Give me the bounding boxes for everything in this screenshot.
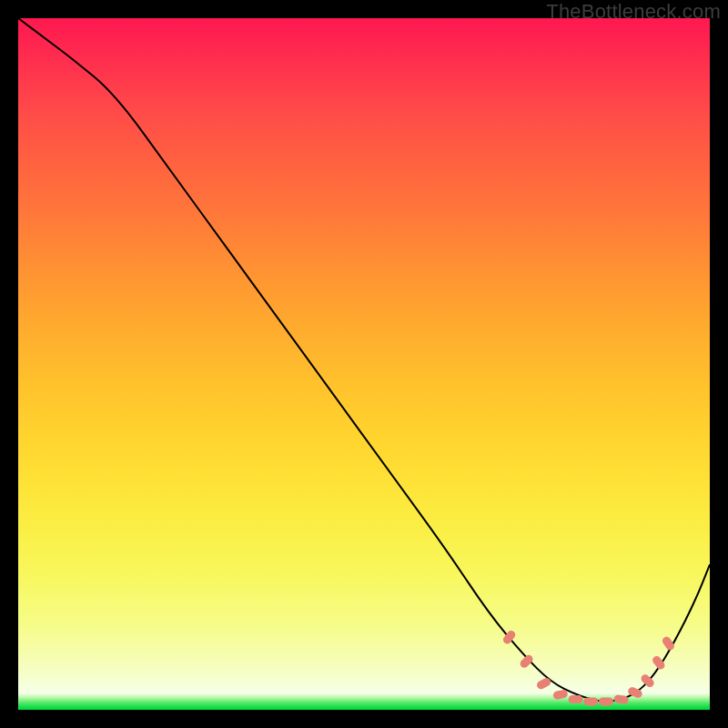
bottleneck-curve (18, 18, 710, 702)
chart-svg (0, 0, 728, 728)
marker-pill (613, 694, 629, 704)
chart-root: TheBottleneck.com (0, 0, 728, 728)
sweet-spot-markers (501, 629, 675, 705)
marker-pill (569, 695, 583, 703)
marker-pill (552, 689, 569, 700)
marker-pill (519, 653, 535, 670)
marker-pill (599, 697, 613, 705)
marker-pill (651, 654, 666, 671)
marker-pill (583, 697, 598, 705)
